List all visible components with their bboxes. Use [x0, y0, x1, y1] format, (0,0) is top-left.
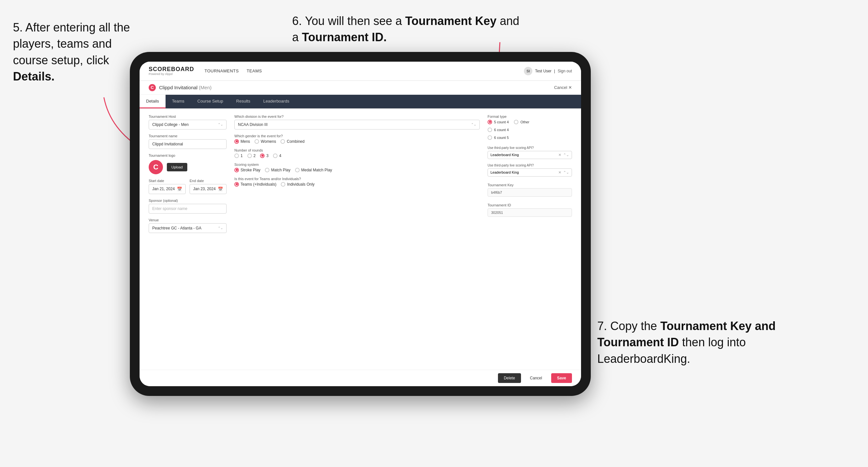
rounds-4-radio[interactable] — [273, 154, 278, 158]
scoring-match-play-radio[interactable] — [265, 168, 270, 172]
third-party-2-actions: ✕ ⌃⌄ — [558, 170, 569, 175]
nav-links: TOURNAMENTS TEAMS — [205, 68, 514, 73]
gender-combined[interactable]: Combined — [280, 139, 305, 144]
rounds-3-radio[interactable] — [260, 154, 265, 158]
tab-course-setup[interactable]: Course Setup — [191, 95, 230, 108]
individuals-only[interactable]: Individuals Only — [281, 182, 314, 187]
logo-section: C Upload — [149, 160, 226, 174]
tablet-screen: SCOREBOARD Powered by clippd TOURNAMENTS… — [140, 62, 581, 386]
annotation-left: 5. After entering all the players, teams… — [13, 20, 136, 85]
format-other[interactable]: Other — [514, 120, 529, 124]
sponsor-group: Sponsor (optional) Enter sponsor name — [149, 198, 226, 214]
cancel-button[interactable]: Cancel — [524, 373, 548, 383]
end-date-input[interactable]: Jan 23, 2024 📅 — [190, 184, 226, 194]
date-row: Start date Jan 21, 2024 📅 End date Jan 2… — [149, 179, 226, 194]
tab-details[interactable]: Details — [140, 95, 165, 108]
third-party-2-group: Use third-party live scoring API? Leader… — [488, 163, 572, 177]
format-other-radio[interactable] — [514, 120, 518, 124]
third-party-2-clear[interactable]: ✕ — [558, 170, 561, 175]
app-navbar: SCOREBOARD Powered by clippd TOURNAMENTS… — [140, 62, 581, 81]
upload-button[interactable]: Upload — [167, 163, 187, 172]
cancel-x-button[interactable]: Cancel ✕ — [554, 85, 572, 90]
third-party-1-actions: ✕ ⌃⌄ — [558, 153, 569, 157]
tournament-key-label: Tournament Key — [488, 183, 572, 187]
format-6count5-radio[interactable] — [488, 135, 492, 140]
format-6count4-radio[interactable] — [488, 128, 492, 132]
division-input[interactable]: NCAA Division III ⌃⌄ — [235, 120, 480, 129]
brand: SCOREBOARD Powered by clippd — [149, 66, 194, 76]
tab-leaderboards[interactable]: Leaderboards — [257, 95, 296, 108]
tournament-title: C Clippd Invitational (Men) — [149, 84, 212, 91]
rounds-1-radio[interactable] — [235, 154, 239, 158]
tournament-host-label: Tournament Host — [149, 115, 226, 119]
format-5count4[interactable]: 5 count 4 — [488, 120, 509, 124]
third-party-1-label: Use third-party live scoring API? — [488, 146, 572, 150]
tab-results[interactable]: Results — [230, 95, 257, 108]
third-party-1-dropdown[interactable]: ⌃⌄ — [563, 153, 569, 157]
teams-plus-individuals[interactable]: Teams (+Individuals) — [235, 182, 276, 187]
tournament-logo-small: C — [149, 84, 156, 91]
rounds-3[interactable]: 3 — [260, 154, 269, 158]
tournament-logo-label: Tournament logo — [149, 154, 226, 157]
tournament-key-group: Tournament Key b4f6b7 — [488, 183, 572, 197]
tournament-name-input[interactable]: Clippd Invitational — [149, 139, 226, 149]
third-party-1-clear[interactable]: ✕ — [558, 153, 561, 157]
format-6count4[interactable]: 6 count 4 — [488, 128, 509, 132]
logo-preview: C — [149, 160, 163, 174]
tablet-frame: SCOREBOARD Powered by clippd TOURNAMENTS… — [130, 52, 591, 396]
scoring-match-play[interactable]: Match Play — [265, 168, 290, 172]
rounds-4[interactable]: 4 — [273, 154, 281, 158]
rounds-1[interactable]: 1 — [235, 154, 243, 158]
format-left-options: 5 count 4 6 count 4 6 count 5 — [488, 120, 509, 142]
format-type-label: Format type — [488, 115, 572, 119]
sponsor-input[interactable]: Enter sponsor name — [149, 204, 226, 214]
rounds-2-radio[interactable] — [247, 154, 252, 158]
scoring-medal-match-play[interactable]: Medal Match Play — [295, 168, 332, 172]
start-date-input[interactable]: Jan 21, 2024 📅 — [149, 184, 186, 194]
third-party-2-input[interactable]: Leaderboard King ✕ ⌃⌄ — [488, 168, 572, 177]
end-date-calendar-icon: 📅 — [218, 187, 223, 191]
nav-right: SI Test User | Sign out — [524, 67, 572, 75]
format-5count4-radio[interactable] — [488, 120, 492, 124]
third-party-1-input[interactable]: Leaderboard King ✕ ⌃⌄ — [488, 151, 572, 159]
tournament-name-group: Tournament name Clippd Invitational — [149, 134, 226, 149]
venue-input[interactable]: Peachtree GC - Atlanta - GA ⌃⌄ — [149, 223, 226, 233]
division-dropdown-arrow: ⌃⌄ — [471, 123, 476, 126]
save-button[interactable]: Save — [551, 373, 572, 383]
scoring-group: Scoring system Stroke Play Match Play — [235, 163, 480, 172]
nav-tournaments[interactable]: TOURNAMENTS — [205, 68, 239, 73]
format-options-row: 5 count 4 6 count 4 6 count 5 — [488, 120, 572, 142]
tab-teams[interactable]: Teams — [165, 95, 191, 108]
scoring-stroke-play-radio[interactable] — [235, 168, 239, 172]
gender-mens-radio[interactable] — [235, 139, 239, 144]
bottom-bar: Delete Cancel Save — [140, 370, 581, 386]
user-name: Test User — [535, 69, 552, 73]
gender-label: Which gender is the event for? — [235, 134, 480, 138]
tournament-host-input[interactable]: Clippd College - Men ⌃⌄ — [149, 120, 226, 129]
host-dropdown-arrow: ⌃⌄ — [218, 123, 223, 126]
scoring-stroke-play[interactable]: Stroke Play — [235, 168, 260, 172]
tournament-id-value: 302051 — [488, 208, 572, 217]
nav-teams[interactable]: TEAMS — [247, 68, 262, 73]
tournament-host-group: Tournament Host Clippd College - Men ⌃⌄ — [149, 115, 226, 129]
scoring-medal-match-play-radio[interactable] — [295, 168, 300, 172]
format-6count5[interactable]: 6 count 5 — [488, 135, 509, 140]
delete-button[interactable]: Delete — [498, 373, 521, 383]
format-type-group: Format type 5 count 4 6 count 4 — [488, 115, 572, 142]
sign-out-link[interactable]: Sign out — [558, 69, 572, 73]
gender-mens[interactable]: Mens — [235, 139, 250, 144]
third-party-2-dropdown[interactable]: ⌃⌄ — [563, 170, 569, 175]
gender-womens-radio[interactable] — [254, 139, 259, 144]
tab-navigation: Details Teams Course Setup Results Leade… — [140, 95, 581, 109]
brand-name: SCOREBOARD — [149, 66, 194, 73]
gender-womens[interactable]: Womens — [254, 139, 276, 144]
tournament-id-label: Tournament ID — [488, 203, 572, 207]
teams-group: Is this event for Teams and/or Individua… — [235, 177, 480, 187]
start-date-label: Start date — [149, 179, 186, 183]
teams-radio-group: Teams (+Individuals) Individuals Only — [235, 182, 480, 187]
gender-group: Which gender is the event for? Mens Wome… — [235, 134, 480, 144]
rounds-2[interactable]: 2 — [247, 154, 256, 158]
teams-plus-individuals-radio[interactable] — [235, 182, 239, 187]
individuals-only-radio[interactable] — [281, 182, 285, 187]
gender-combined-radio[interactable] — [280, 139, 285, 144]
